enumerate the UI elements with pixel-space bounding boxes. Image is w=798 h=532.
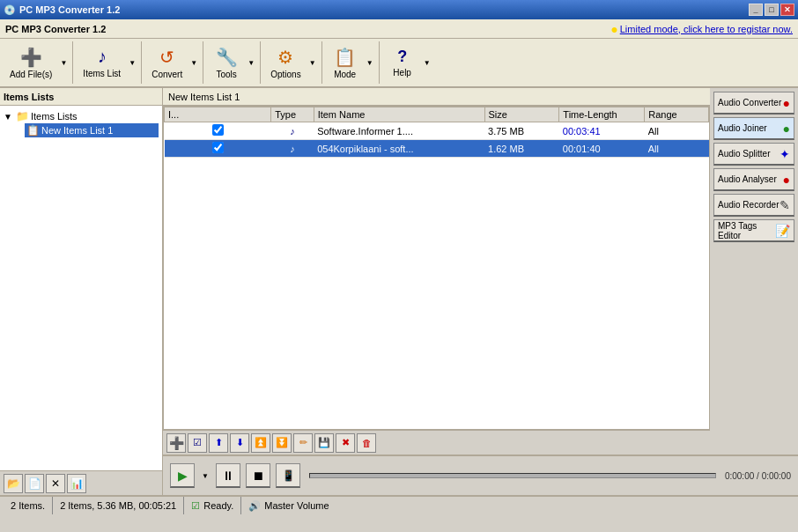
mp3-tags-editor-button[interactable]: MP3 Tags Editor 📝 [713, 219, 794, 242]
col-range: Range [645, 107, 709, 122]
tree-child-node[interactable]: 📋 New Items List 1 [25, 123, 159, 137]
add-files-button[interactable]: ➕ Add File(s) [4, 43, 58, 82]
ready-label: Ready. [203, 500, 233, 511]
left-panel: Items Lists ▼ 📁 Items Lists 📋 New Items … [0, 88, 163, 495]
mp3-tags-editor-icon: 📝 [775, 224, 790, 238]
table-row[interactable]: ♪054Korpiklaani - soft...1.62 MB00:01:40… [165, 140, 709, 158]
toolbar-group-tools: 🔧 Tools ▼ [207, 41, 261, 84]
toolbar-group-mode: 📋 Mode ▼ [326, 41, 380, 84]
help-button[interactable]: ? Help [383, 43, 422, 82]
play-dropdown[interactable]: ▼ [200, 463, 211, 488]
tree-expand-icon: ▼ [4, 112, 14, 122]
help-dropdown[interactable]: ▼ [422, 43, 432, 82]
volume-icon: 🔊 [248, 500, 261, 512]
delete-list-button[interactable]: ✕ [46, 474, 65, 493]
toolbar-group-add: ➕ Add File(s) ▼ [4, 41, 73, 84]
status-ready: ☑ Ready. [184, 497, 241, 514]
options-label: Options [270, 70, 300, 79]
phone-button[interactable]: 📱 [276, 463, 300, 488]
maximize-button[interactable]: □ [765, 4, 779, 16]
properties-list-button[interactable]: 📊 [67, 474, 86, 493]
audio-converter-button[interactable]: Audio Converter ● [713, 92, 794, 115]
items-list-header-label: Items Lists [4, 92, 54, 102]
tools-dropdown[interactable]: ▼ [246, 43, 256, 82]
table-row[interactable]: ♪Software.Informer 1....3.75 MB00:03:41A… [165, 122, 709, 140]
title-bar: 💿 PC MP3 Converter 1.2 _ □ ✕ [0, 0, 798, 19]
audio-analyser-button[interactable]: Audio Analyser ● [713, 168, 794, 191]
tree-root-label: Items Lists [31, 111, 78, 122]
list-container[interactable]: I... Type Item Name Size Time-Length Ran… [163, 106, 710, 430]
list-check-button[interactable]: ☑ [188, 433, 207, 453]
items-list-button[interactable]: ♪ Items List [77, 43, 127, 82]
row-checkbox[interactable] [212, 142, 224, 153]
audio-joiner-button[interactable]: Audio Joiner ● [713, 117, 794, 140]
list-down-button[interactable]: ⬇ [230, 433, 249, 453]
notice-bar[interactable]: ● Limited mode, click here to registar n… [610, 22, 793, 36]
row-name: 054Korpiklaani - soft... [314, 140, 484, 158]
list-top-button[interactable]: ⏫ [251, 433, 270, 453]
seek-bar[interactable] [309, 473, 716, 478]
tree-area: ▼ 📁 Items Lists 📋 New Items List 1 [0, 106, 162, 470]
toolbar-group-options: ⚙ Options ▼ [264, 41, 321, 84]
pause-button[interactable]: ⏸ [216, 463, 240, 488]
options-button[interactable]: ⚙ Options [264, 43, 307, 82]
tree-folder-icon: 📁 [16, 110, 29, 122]
tree-child-label: New Items List 1 [41, 125, 113, 136]
row-time: 00:01:40 [559, 140, 645, 158]
row-range: All [645, 140, 709, 158]
items-list-header: Items Lists [0, 88, 162, 106]
side-buttons-panel: Audio Converter ● Audio Joiner ● Audio S… [710, 88, 798, 454]
row-checkbox[interactable] [212, 124, 224, 136]
current-time: 0:00:00 / 0:00:00 [725, 471, 791, 481]
play-button[interactable]: ▶ [170, 463, 195, 488]
audio-analyser-label: Audio Analyser [718, 174, 777, 184]
row-time: 00:03:41 [559, 122, 645, 140]
audio-recorder-label: Audio Recorder [718, 200, 779, 210]
items-list-dropdown[interactable]: ▼ [127, 43, 137, 82]
mode-icon: 📋 [334, 47, 356, 68]
add-files-dropdown[interactable]: ▼ [58, 43, 69, 82]
list-bottom-toolbar: ➕ ☑ ⬆ ⬇ ⏫ ⏬ ✏ 💾 ✖ 🗑 [163, 430, 710, 454]
col-item-name: Item Name [314, 107, 484, 122]
row-size: 3.75 MB [484, 122, 559, 140]
app-icon: 💿 [4, 4, 16, 16]
mode-label: Mode [334, 70, 356, 79]
list-clear-button[interactable]: 🗑 [357, 433, 376, 453]
open-list-button[interactable]: 📄 [25, 474, 44, 493]
new-list-button[interactable]: 📂 [4, 474, 23, 493]
row-type: ♪ [271, 140, 314, 158]
list-save-button[interactable]: 💾 [314, 433, 334, 453]
tree-root-node[interactable]: ▼ 📁 Items Lists [4, 109, 159, 123]
ready-icon: ☑ [191, 500, 200, 512]
list-remove-button[interactable]: ✖ [336, 433, 355, 453]
list-add-button[interactable]: ➕ [166, 433, 186, 453]
row-name: Software.Informer 1.... [314, 122, 484, 140]
status-volume: 🔊 Master Volume [241, 497, 336, 514]
list-up-button[interactable]: ⬆ [209, 433, 228, 453]
items-table: I... Type Item Name Size Time-Length Ran… [164, 107, 709, 158]
status-details: 2 Items, 5.36 MB, 00:05:21 [53, 497, 184, 514]
mode-button[interactable]: 📋 Mode [326, 43, 365, 82]
options-dropdown[interactable]: ▼ [307, 43, 318, 82]
convert-button[interactable]: ↺ Convert [145, 43, 188, 82]
row-checkbox-cell [165, 140, 271, 158]
audio-splitter-icon: ✦ [780, 147, 790, 161]
player-bar: ▶ ▼ ⏸ ⏹ 📱 0:00:00 / 0:00:00 [163, 454, 798, 495]
minimize-button[interactable]: _ [749, 4, 763, 16]
register-link[interactable]: Limited mode, click here to registar now… [620, 24, 793, 34]
audio-recorder-button[interactable]: Audio Recorder ✎ [713, 194, 794, 217]
audio-recorder-icon: ✎ [780, 198, 790, 212]
toolbar-group-help: ? Help ▼ [383, 41, 436, 84]
list-bottom-button[interactable]: ⏬ [272, 433, 292, 453]
list-wrapper: New Items List 1 I... Type Item Name Siz… [163, 88, 710, 454]
list-tab-label: New Items List 1 [168, 92, 240, 102]
stop-button[interactable]: ⏹ [246, 463, 270, 488]
convert-dropdown[interactable]: ▼ [188, 43, 199, 82]
tools-button[interactable]: 🔧 Tools [207, 43, 246, 82]
list-edit-button[interactable]: ✏ [293, 433, 313, 453]
close-button[interactable]: ✕ [780, 4, 794, 16]
left-panel-bottom: 📂 📄 ✕ 📊 [0, 470, 162, 495]
tree-list-icon: 📋 [26, 124, 40, 137]
audio-splitter-button[interactable]: Audio Splitter ✦ [713, 143, 794, 166]
mode-dropdown[interactable]: ▼ [365, 43, 375, 82]
